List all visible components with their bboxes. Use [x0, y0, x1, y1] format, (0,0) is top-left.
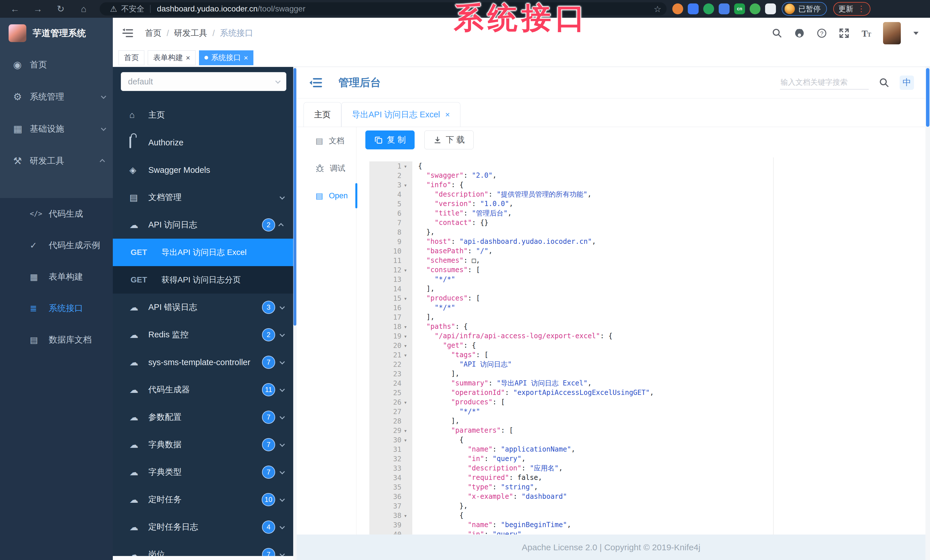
- user-avatar[interactable]: [883, 22, 901, 44]
- mini-item-调试[interactable]: 调试: [297, 155, 356, 182]
- gutter-line: 4: [370, 190, 412, 199]
- fold-caret-icon[interactable]: ▾: [402, 295, 410, 302]
- sidebar-item-系统管理[interactable]: ⚙系统管理: [0, 81, 113, 113]
- app-logo[interactable]: 芋道管理系统: [0, 18, 113, 49]
- tag-系统接口[interactable]: 系统接口×: [199, 51, 253, 65]
- swagger-item-Swagger Models[interactable]: ◈Swagger Models: [113, 156, 293, 184]
- font-size-icon[interactable]: TT: [861, 28, 872, 39]
- code-line: "operationId": "exportApiAccessLogExcelU…: [418, 388, 925, 397]
- tag-label: 表单构建: [153, 53, 183, 63]
- doc-collapse-icon[interactable]: [309, 76, 322, 89]
- orange-swirl-extension-icon[interactable]: [672, 3, 683, 14]
- swagger-group-参数配置[interactable]: ☁参数配置7: [113, 404, 293, 431]
- copy-button[interactable]: 复 制: [365, 130, 414, 149]
- main-scrollbar[interactable]: [925, 67, 930, 560]
- paused-badge[interactable]: 已暂停: [782, 2, 827, 16]
- swagger-item-Authorize[interactable]: Authorize: [113, 129, 293, 156]
- browser-update-button[interactable]: 更新 ⋮: [833, 2, 870, 16]
- browser-reload-icon[interactable]: ↻: [53, 0, 69, 18]
- fullscreen-icon[interactable]: [838, 28, 850, 39]
- tab-close-icon[interactable]: ×: [445, 110, 450, 119]
- doc-tab-主页[interactable]: 主页: [303, 102, 341, 127]
- browser-menu-kebab-icon[interactable]: ⋮: [857, 7, 865, 11]
- copy-icon: [374, 136, 383, 144]
- gutter-line: 38▾: [370, 511, 412, 520]
- sidebar-subitem-数据库文档[interactable]: ▤数据库文档: [0, 324, 113, 355]
- fold-caret-icon[interactable]: ▾: [402, 427, 410, 434]
- code-token: "x-example": [468, 492, 513, 500]
- breadcrumb-item[interactable]: 首页: [145, 28, 162, 39]
- fold-caret-icon[interactable]: ▾: [402, 323, 410, 330]
- fold-caret-icon[interactable]: ▾: [402, 437, 410, 443]
- swagger-group-定时任务[interactable]: ☁定时任务10: [113, 486, 293, 513]
- blue-gem-extension-icon[interactable]: [688, 3, 699, 14]
- api-group-select[interactable]: default: [121, 72, 286, 91]
- swagger-group-定时任务日志[interactable]: ☁定时任务日志4: [113, 513, 293, 541]
- puzzle-extension-icon[interactable]: [765, 3, 776, 14]
- breadcrumb-item[interactable]: 系统接口: [220, 28, 253, 39]
- app-title: 芋道管理系统: [32, 27, 86, 39]
- green-sprout-extension-icon[interactable]: [750, 3, 761, 14]
- sidebar-item-首页[interactable]: ◉首页: [0, 49, 113, 81]
- search-icon[interactable]: [771, 28, 783, 39]
- swagger-group-字典类型[interactable]: ☁字典类型7: [113, 459, 293, 486]
- swagger-group-Redis 监控[interactable]: ☁Redis 监控2: [113, 321, 293, 348]
- swagger-group-API 错误日志[interactable]: ☁API 错误日志3: [113, 294, 293, 321]
- fold-caret-icon[interactable]: ▾: [402, 182, 410, 189]
- swagger-group-代码生成器[interactable]: ☁代码生成器11: [113, 376, 293, 404]
- line-number: 19: [393, 332, 402, 340]
- menu-fold-icon[interactable]: [122, 28, 134, 39]
- avatar-dropdown-caret-icon[interactable]: [913, 32, 919, 35]
- sidebar-item-研发工具[interactable]: ⚒研发工具: [0, 145, 113, 177]
- tag-首页[interactable]: 首页: [119, 51, 144, 65]
- gutter-line: 25: [370, 388, 412, 397]
- swagger-item-API 访问日志[interactable]: ☁API 访问日志2: [113, 211, 293, 239]
- sidebar-subitem-系统接口[interactable]: ≣系统接口: [0, 293, 113, 324]
- swagger-group-sys-sms-template-controller[interactable]: ☁sys-sms-template-controller7: [113, 348, 293, 376]
- sidebar-subitem-代码生成[interactable]: </>代码生成: [0, 198, 113, 230]
- browser-back-icon[interactable]: ←: [7, 0, 23, 18]
- fold-caret-icon[interactable]: ▾: [402, 512, 410, 519]
- tag-close-icon[interactable]: ×: [244, 54, 248, 61]
- cloud-icon: ☁: [129, 302, 148, 313]
- blue-grid-extension-icon[interactable]: [719, 3, 730, 14]
- fold-caret-icon[interactable]: ▾: [402, 333, 410, 340]
- fold-caret-icon[interactable]: ▾: [402, 399, 410, 406]
- doc-search-icon[interactable]: [878, 77, 890, 88]
- fold-caret-icon[interactable]: ▾: [402, 163, 410, 170]
- swagger-item-文档管理[interactable]: ▤文档管理: [113, 184, 293, 211]
- swagger-group-字典数据[interactable]: ☁字典数据7: [113, 431, 293, 459]
- tag-close-icon[interactable]: ×: [186, 54, 190, 61]
- tag-表单构建[interactable]: 表单构建×: [148, 51, 196, 65]
- json-editor[interactable]: 1▾23▾456789101112▾131415▾161718▾19▾20▾21…: [370, 157, 925, 560]
- sidebar-subitem-表单构建[interactable]: ▦表单构建: [0, 261, 113, 293]
- api-endpoint-row[interactable]: GET导出API 访问日志 Excel: [113, 239, 293, 266]
- fold-caret-icon[interactable]: ▾: [402, 267, 410, 273]
- browser-forward-icon[interactable]: →: [30, 0, 46, 18]
- fold-caret-icon[interactable]: ▾: [402, 352, 410, 359]
- swagger-scrollbar-thumb[interactable]: [294, 68, 296, 326]
- green-circle-extension-icon[interactable]: [703, 3, 714, 14]
- mini-item-Open[interactable]: ▤Open: [297, 182, 356, 209]
- github-icon[interactable]: [794, 28, 805, 39]
- main-scrollbar-thumb[interactable]: [926, 68, 929, 127]
- mini-item-文档[interactable]: ▤文档: [297, 127, 356, 155]
- language-toggle-button[interactable]: 中: [900, 75, 914, 90]
- not-secure-warning-icon: ⚠: [110, 4, 117, 14]
- bookmark-star-icon[interactable]: ☆: [654, 4, 661, 14]
- code-line: "/api/infra/api-access-log/export-excel"…: [418, 331, 925, 341]
- swagger-hscrollbar[interactable]: [113, 556, 293, 560]
- sidebar-subitem-代码生成示例[interactable]: ✓代码生成示例: [0, 230, 113, 261]
- browser-home-icon[interactable]: ⌂: [75, 0, 92, 18]
- sidebar-item-基础设施[interactable]: ▦基础设施: [0, 113, 113, 145]
- download-button[interactable]: 下 载: [424, 130, 474, 149]
- help-icon[interactable]: ?: [816, 28, 827, 39]
- swagger-scrollbar[interactable]: [293, 67, 297, 560]
- doc-search-input[interactable]: [780, 75, 869, 90]
- cn-translate-extension-icon[interactable]: cn: [734, 3, 745, 14]
- swagger-item-主页[interactable]: ⌂主页: [113, 101, 293, 129]
- breadcrumb-item[interactable]: 研发工具: [174, 28, 207, 39]
- fold-caret-icon[interactable]: ▾: [402, 342, 410, 349]
- doc-tab-导出API 访问日志 Excel[interactable]: 导出API 访问日志 Excel×: [341, 102, 460, 127]
- api-endpoint-row[interactable]: GET获得API 访问日志分页: [113, 266, 293, 294]
